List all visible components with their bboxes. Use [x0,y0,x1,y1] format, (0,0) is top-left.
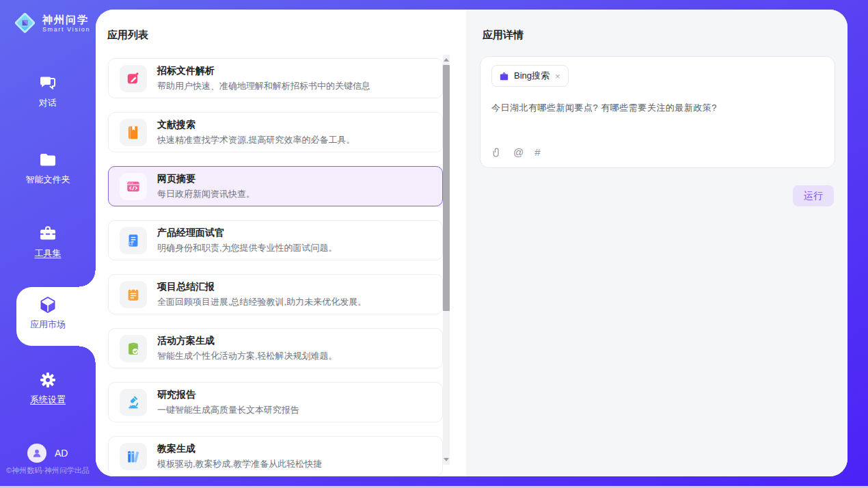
person-icon [31,447,43,459]
app-icon-tile [120,119,147,146]
prompt-toolbar: @ # [491,146,541,158]
app-card-2[interactable]: 文献搜索快速精准查找学术资源,提高研究效率的必备工具。 [108,112,443,152]
scroll-down-icon[interactable] [444,458,449,461]
app-card-1[interactable]: 招标文件解析帮助用户快速、准确地理解和解析招标书中的关键信息 [108,58,443,98]
app-card-6[interactable]: 活动方案生成智能生成个性化活动方案,轻松解决规划难题。 [108,328,443,368]
sidebar-item-1[interactable]: 对话 [0,74,96,109]
brand-name: 神州问学 [42,14,90,26]
app-card-text: 活动方案生成智能生成个性化活动方案,轻松解决规划难题。 [157,335,338,362]
at-icon[interactable]: @ [513,146,524,158]
app-card-desc: 全面回顾项目进展,总结经验教训,助力未来优化发展。 [157,296,366,308]
chip-close-icon[interactable]: × [554,72,561,81]
interview-doc-icon [126,233,141,248]
toolbox-icon [38,224,57,243]
app-icon-tile [120,173,147,200]
tool-chip-label: Bing搜索 [514,70,550,82]
sidebar-item-2[interactable]: 智能文件夹 [0,150,96,186]
app-card-desc: 一键智能生成高质量长文本研究报告 [157,404,299,416]
app-icon-tile [120,281,147,308]
app-card-name: 教案生成 [157,443,322,455]
app-card-name: 活动方案生成 [157,335,338,347]
app-card-desc: 每日政府新闻资讯快查。 [157,188,255,200]
books-icon [126,449,141,464]
app-card-4[interactable]: 产品经理面试官明确身份和职责,为您提供专业性的面试问题。 [108,220,443,260]
user-row[interactable]: AD [27,444,68,463]
app-card-desc: 明确身份和职责,为您提供专业性的面试问题。 [157,242,338,254]
app-card-text: 网页摘要每日政府新闻资讯快查。 [157,173,255,200]
sidebar: 神州问学 Smart Vision 对话智能文件夹工具集应用市场系统设置 AD … [0,0,96,488]
app-card-3[interactable]: 网页摘要每日政府新闻资讯快查。 [108,166,443,206]
cube-icon [38,295,57,314]
sidebar-item-5[interactable]: 系统设置 [0,370,96,406]
app-card-desc: 智能生成个性化活动方案,轻松解决规划难题。 [157,350,338,362]
app-detail-panel: 应用详情 Bing搜索 × 今日湖北有哪些新闻要点? 有哪些需要关注的最新政策?… [466,10,847,476]
copyright-text: ©神州数码·神州问学出品 [0,465,96,476]
app-card-text: 项目总结汇报全面回顾项目进展,总结经验教训,助力未来优化发展。 [157,281,366,308]
content-area: 应用列表 招标文件解析帮助用户快速、准确地理解和解析招标书中的关键信息文献搜索快… [96,10,847,476]
app-icon-tile [120,335,147,362]
gear-icon [38,370,57,390]
app-card-name: 文献搜索 [157,119,355,131]
app-card-desc: 帮助用户快速、准确地理解和解析招标书中的关键信息 [157,80,370,92]
browser-code-icon [126,179,141,194]
sidebar-item-3[interactable]: 工具集 [0,224,96,260]
sidebar-item-label: 工具集 [35,248,62,258]
app-card-text: 招标文件解析帮助用户快速、准确地理解和解析招标书中的关键信息 [157,65,370,92]
paperclip-icon[interactable] [491,147,502,158]
scrollbar-thumb[interactable] [443,65,450,311]
app-card-name: 产品经理面试官 [157,227,338,239]
sidebar-item-4[interactable]: 应用市场 [0,295,96,331]
brand-subtitle: Smart Vision [42,26,90,33]
prompt-input-card[interactable]: Bing搜索 × 今日湖北有哪些新闻要点? 有哪些需要关注的最新政策? @ # [480,56,835,168]
app-detail-title: 应用详情 [483,29,524,42]
sidebar-item-label: 对话 [39,98,57,108]
app-card-text: 研究报告一键智能生成高质量长文本研究报告 [157,389,299,416]
hash-icon[interactable]: # [534,146,540,158]
clipboard-check-icon [126,341,141,356]
app-list-panel: 应用列表 招标文件解析帮助用户快速、准确地理解和解析招标书中的关键信息文献搜索快… [96,10,466,476]
logo-diamond-icon [12,10,38,36]
app-logo: 神州问学 Smart Vision [12,10,90,36]
scroll-up-icon[interactable] [444,58,449,62]
app-card-5[interactable]: 项目总结汇报全面回顾项目进展,总结经验教训,助力未来优化发展。 [108,274,443,314]
app-card-text: 教案生成模板驱动,教案秒成,教学准备从此轻松快捷 [157,443,322,470]
app-card-name: 项目总结汇报 [157,281,366,293]
app-card-name: 研究报告 [157,389,299,401]
app-card-text: 产品经理面试官明确身份和职责,为您提供专业性的面试问题。 [157,227,338,254]
app-icon-tile [120,443,147,470]
microscope-icon [126,395,141,410]
app-list-title: 应用列表 [107,29,148,42]
sidebar-item-label: 应用市场 [30,319,66,329]
app-card-name: 网页摘要 [157,173,255,185]
notepad-icon [126,287,141,302]
briefcase-icon [499,71,509,81]
prompt-question-text[interactable]: 今日湖北有哪些新闻要点? 有哪些需要关注的最新政策? [491,102,824,114]
app-card-desc: 模板驱动,教案秒成,教学准备从此轻松快捷 [157,458,322,470]
avatar[interactable] [27,444,46,463]
sidebar-item-label: 系统设置 [30,394,66,405]
app-card-list: 招标文件解析帮助用户快速、准确地理解和解析招标书中的关键信息文献搜索快速精准查找… [108,58,443,476]
app-card-7[interactable]: 研究报告一键智能生成高质量长文本研究报告 [108,382,443,422]
doc-edit-icon [126,71,141,86]
sidebar-item-label: 智能文件夹 [26,174,70,185]
app-icon-tile [120,389,147,416]
run-button[interactable]: 运行 [793,185,834,206]
app-card-text: 文献搜索快速精准查找学术资源,提高研究效率的必备工具。 [157,119,355,146]
app-card-8[interactable]: 教案生成模板驱动,教案秒成,教学准备从此轻松快捷 [108,436,443,476]
folder-icon [38,150,57,170]
tool-chip-bing-search[interactable]: Bing搜索 × [491,65,569,87]
book-icon [126,125,141,140]
app-card-desc: 快速精准查找学术资源,提高研究效率的必备工具。 [157,134,355,146]
user-initials: AD [55,448,68,459]
app-icon-tile [120,65,147,92]
app-card-name: 招标文件解析 [157,65,370,77]
scrollbar[interactable] [443,55,450,465]
app-icon-tile [120,227,147,254]
chat-icon [38,74,57,93]
